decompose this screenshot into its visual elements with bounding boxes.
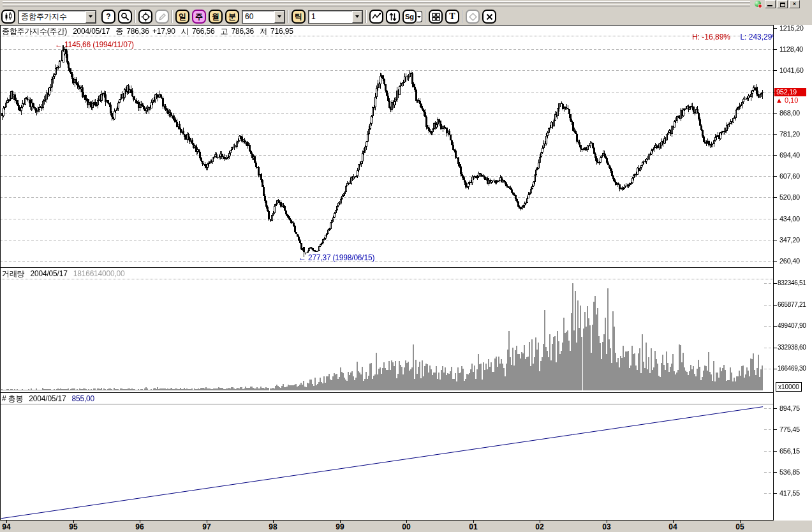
- y-axis-tick: [774, 28, 777, 29]
- chevron-down-icon[interactable]: [352, 11, 362, 23]
- minute-interval-select[interactable]: 60: [242, 10, 285, 24]
- help-button[interactable]: ?: [101, 10, 115, 24]
- time-axis: 949596979899000102030405: [0, 521, 812, 532]
- up-down-arrows-icon: [389, 13, 397, 21]
- signal-tool-group: Sg: [402, 10, 422, 24]
- chevron-down-icon[interactable]: [274, 11, 284, 23]
- x-axis-label: 94: [0, 522, 14, 531]
- signal-button[interactable]: Sg: [402, 10, 417, 24]
- volume-panel-header: 거래량 2004/05/17 1816614000,00: [2, 269, 129, 279]
- main-date: 2004/05/17: [73, 27, 110, 36]
- header-divider: [1, 279, 773, 279]
- y-axis-tick: [774, 408, 777, 409]
- crosshair-button[interactable]: [138, 10, 152, 24]
- volume-date: 2004/05/17: [31, 269, 68, 278]
- x-axis-label: 96: [132, 522, 147, 531]
- y-axis-tick: [774, 70, 777, 71]
- toolbar: 종합주가지수 ? 일: [0, 8, 812, 25]
- low-percent-stat: L: 243,29%: [740, 33, 779, 41]
- period-week-button[interactable]: 주: [192, 10, 206, 24]
- y-axis-label: 166469,30: [778, 365, 806, 372]
- diamond-icon: [469, 13, 477, 21]
- layout-grid-button[interactable]: [429, 10, 443, 24]
- x-axis-label: 95: [66, 522, 81, 531]
- minimize-button[interactable]: [765, 0, 776, 8]
- y-axis-label: 781,20: [779, 130, 800, 138]
- y-axis-label: 260,40: [779, 257, 800, 265]
- period-minute-button[interactable]: 분: [225, 10, 239, 24]
- crosshair-icon: [141, 12, 151, 22]
- max-price-annotation: ← 1145,66 (1994/11/07): [55, 40, 134, 49]
- count-date: 2004/05/17: [29, 394, 66, 403]
- last-price-marker: 952,19: [774, 88, 806, 96]
- high-percent-stat: H: -16,89%: [692, 33, 730, 41]
- y-axis-label: 1215,20: [779, 24, 804, 32]
- header-divider: [1, 404, 773, 404]
- chevron-down-icon[interactable]: [85, 11, 96, 23]
- count-panel-header: # 총봉 2004/05/17 855,00: [2, 394, 98, 404]
- x-axis-label: 99: [332, 522, 348, 531]
- y-axis-tick: [774, 369, 777, 369]
- y-axis-label: 694,40: [779, 151, 800, 159]
- line-chart-icon: [372, 13, 381, 20]
- symbol-select[interactable]: 종합주가지수: [18, 10, 96, 24]
- period-month-button[interactable]: 월: [209, 10, 223, 24]
- chart-type-candle-button[interactable]: [1, 10, 15, 24]
- last-price-change: ▲ 0,10: [776, 96, 798, 105]
- y-axis-tick: [774, 326, 777, 327]
- y-axis-tick: [774, 240, 777, 240]
- y-axis-label: 434,00: [779, 215, 800, 223]
- high-label: 고: [221, 27, 228, 36]
- low-value: 716,95: [270, 27, 293, 36]
- y-axis-tick: [774, 261, 777, 262]
- volume-unit-label: x10000: [776, 382, 802, 392]
- y-axis-label: 665877,21: [778, 301, 806, 308]
- close-chart-button[interactable]: [482, 10, 496, 24]
- title-bar[interactable]: ×: [0, 0, 812, 8]
- grid-icon: [432, 13, 440, 21]
- tick-count-value: 1: [309, 12, 318, 21]
- tick-mode-button[interactable]: 틱: [292, 10, 306, 24]
- magnifier-icon: [121, 12, 129, 21]
- y-axis-tick: [774, 283, 777, 284]
- x-axis-label: 97: [199, 522, 214, 531]
- period-day-button[interactable]: 일: [175, 10, 189, 24]
- low-label: 저: [260, 27, 267, 36]
- y-axis-tick: [774, 493, 777, 494]
- chart-application-window: × 종합주가지수 ?: [0, 0, 812, 532]
- chevron-down-icon[interactable]: [417, 11, 422, 22]
- y-axis-tick: [774, 155, 777, 156]
- y-axis-label: 347,20: [779, 236, 800, 244]
- restore-button[interactable]: [777, 0, 788, 8]
- y-axis-label: 868,00: [779, 109, 800, 117]
- shape-tool-button[interactable]: [466, 10, 480, 24]
- close-window-button[interactable]: ×: [789, 0, 800, 8]
- y-axis-label: 536,85: [779, 468, 800, 476]
- y-axis-label: 499407,90: [778, 322, 806, 329]
- y-axis-tick: [774, 113, 777, 114]
- tick-count-select[interactable]: 1: [308, 10, 363, 24]
- change-value: +17,90: [152, 27, 175, 36]
- draw-pencil-button[interactable]: [155, 10, 169, 24]
- y-axis-tick: [774, 305, 777, 306]
- candlestick-icon: [4, 12, 13, 21]
- sort-updown-button[interactable]: [386, 10, 400, 24]
- symbol-select-value: 종합주가지수: [18, 11, 70, 22]
- minimize-icon: [767, 5, 772, 6]
- line-chart-button[interactable]: [369, 10, 383, 24]
- volume-title: 거래량: [2, 269, 24, 278]
- high-low-stats: H: -16,89% L: 243,29%: [692, 33, 779, 41]
- close-icon: [486, 13, 493, 20]
- y-axis-label: 520,80: [779, 193, 800, 201]
- y-axis-label: 417,55: [779, 489, 800, 497]
- pencil-icon: [158, 13, 166, 21]
- x-axis-label: 01: [466, 522, 481, 531]
- y-axis-label: 1041,60: [779, 66, 804, 74]
- y-axis-label: 775,45: [779, 425, 800, 433]
- y-axis-label: 894,75: [779, 404, 800, 412]
- zoom-button[interactable]: [118, 10, 132, 24]
- titlebar-grip: [3, 4, 750, 6]
- text-tool-button[interactable]: T: [445, 10, 459, 24]
- tray-status-icon[interactable]: [755, 1, 762, 8]
- x-axis-label: 98: [265, 522, 281, 531]
